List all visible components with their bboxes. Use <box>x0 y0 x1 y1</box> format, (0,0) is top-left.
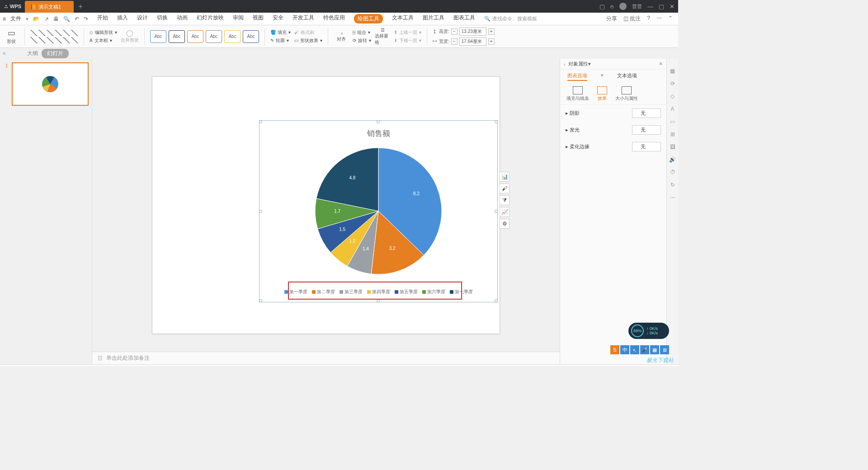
legend-item[interactable]: 第二季度 <box>312 289 335 295</box>
tab-features[interactable]: 特色应用 <box>323 14 345 24</box>
chart-data-icon[interactable]: 📈 <box>500 207 509 217</box>
strip-icon[interactable]: A <box>670 106 674 112</box>
outline-tab[interactable]: 大纲 <box>27 50 38 57</box>
legend-item[interactable]: 第六季度 <box>422 289 445 295</box>
tab-insert[interactable]: 插入 <box>117 14 128 24</box>
chart-title[interactable]: 销售额 <box>261 128 496 139</box>
print-icon[interactable]: 🖶 <box>53 16 59 22</box>
strip-icon[interactable]: ▭ <box>670 118 675 125</box>
avatar[interactable] <box>619 3 627 10</box>
minimize-icon[interactable]: — <box>647 3 653 10</box>
window-badge-icon[interactable]: ▢ <box>599 3 605 10</box>
edit-shape-button[interactable]: ◇ 编辑形状 ▾ <box>90 29 117 36</box>
close-icon[interactable]: ✕ <box>670 3 675 10</box>
align-button[interactable]: ⫞对齐 <box>334 31 349 42</box>
strip-icon[interactable]: ⟳ <box>670 80 675 87</box>
width-input[interactable]: ⭤ 宽度:−17.64厘米+ <box>433 38 495 46</box>
tab-picturetools[interactable]: 图片工具 <box>423 14 444 24</box>
document-tab[interactable]: 📙演示文稿1 <box>25 1 74 13</box>
preview-icon[interactable]: 🔍 <box>63 16 70 22</box>
notes-bar[interactable]: ☷ 单击此处添加备注 <box>92 352 560 364</box>
strip-icon[interactable]: ↻ <box>670 182 675 188</box>
add-tab-button[interactable]: ＋ <box>74 2 87 11</box>
redo-icon[interactable]: ↷ <box>84 16 88 22</box>
collapse-ribbon-icon[interactable]: ⌃ <box>668 15 673 23</box>
tab-design[interactable]: 设计 <box>137 14 148 24</box>
chart-legend[interactable]: 第一季度第二季度第三季度第四季度第五季度第六季度第七季度 <box>261 289 496 295</box>
chart-options-tab[interactable]: 图表选项 <box>567 72 587 81</box>
open-icon[interactable]: 📂 <box>33 16 40 22</box>
tab-charttools[interactable]: 图表工具 <box>453 14 475 24</box>
legend-item[interactable]: 第四季度 <box>367 289 390 295</box>
strip-icon[interactable]: ◇ <box>670 93 675 99</box>
strip-icon[interactable]: ⏱ <box>670 169 675 175</box>
share-button[interactable]: 分享 <box>606 15 617 23</box>
tab-animation[interactable]: 动画 <box>177 14 188 24</box>
maximize-icon[interactable]: ▢ <box>659 3 664 10</box>
selection-pane-button[interactable]: ☰选择窗格 <box>375 28 390 46</box>
help-icon[interactable]: ? <box>647 15 650 23</box>
collab-button[interactable]: ◫ 批注 <box>623 15 641 23</box>
more-icon[interactable]: ⋯ <box>656 15 662 23</box>
title-bar: ⛬ WPS 📙演示文稿1 ＋ ▢ ⎋ 普普 — ▢ ✕ <box>0 0 678 13</box>
cloud-icon[interactable]: ⎋ <box>610 3 614 10</box>
strip-icon[interactable]: ⊞ <box>670 131 675 137</box>
taskpane-close-icon[interactable]: ✕ <box>659 61 663 67</box>
slide-thumbnail-1[interactable]: 1 <box>5 62 86 106</box>
pie-chart: 8.23.21.41.21.51.74.8 <box>311 143 446 279</box>
fill-button[interactable]: 🪣 填充 ▾ <box>270 29 291 36</box>
tab-slideshow[interactable]: 幻灯片放映 <box>197 14 224 24</box>
chart-styles-icon[interactable]: 🖌 <box>500 183 509 193</box>
shape-effect-button[interactable]: ▭ 形状效果 ▾ <box>294 38 322 44</box>
collapse-panel-icon[interactable]: « <box>3 50 6 56</box>
chart-elements-icon[interactable]: 📊 <box>500 172 509 182</box>
style-gallery[interactable]: Abc Abc Abc Abc Abc Abc <box>150 30 259 43</box>
chart-object[interactable]: 销售额 8.23.21.41.21.51.74.8 第一季度第二季度第三季度第四… <box>261 122 496 301</box>
play-button[interactable]: ▶ <box>591 366 599 367</box>
ime-logo-icon[interactable]: S <box>610 345 619 354</box>
height-input[interactable]: ⭥ 高度:−13.23厘米+ <box>433 28 495 36</box>
effects-tab[interactable]: 效果 <box>597 86 607 102</box>
tab-transition[interactable]: 切换 <box>157 14 168 24</box>
undo-icon[interactable]: ↶ <box>75 16 79 22</box>
tab-security[interactable]: 安全 <box>273 14 283 24</box>
lines-gallery[interactable] <box>30 30 78 43</box>
tab-drawingtools[interactable]: 绘图工具 <box>354 14 383 24</box>
strip-icon[interactable]: 🔊 <box>669 156 676 163</box>
glow-property[interactable]: ▸ 发光无 <box>560 122 666 138</box>
fill-line-tab[interactable]: 填充与线条 <box>566 86 589 102</box>
chart-filter-icon[interactable]: ⧩ <box>500 195 509 205</box>
shadow-property[interactable]: ▸ 阴影无 <box>560 105 666 122</box>
textbox-button[interactable]: A 文本框 ▾ <box>90 38 117 44</box>
hamburger-icon[interactable]: ≡ <box>3 16 6 22</box>
move-up-button: ⬆ 上移一层 ▾ <box>394 29 421 36</box>
slide[interactable]: 销售额 8.23.21.41.21.51.74.8 第一季度第二季度第三季度第四… <box>152 76 500 334</box>
tab-start[interactable]: 开始 <box>97 14 108 24</box>
legend-item[interactable]: 第五季度 <box>395 289 418 295</box>
legend-item[interactable]: 第七季度 <box>450 289 473 295</box>
chart-settings-icon[interactable]: ⚙ <box>500 219 509 229</box>
command-search[interactable]: 🔍 查找命令、搜索模板 <box>484 15 537 22</box>
strip-icon[interactable]: 🖼 <box>670 144 675 150</box>
combine-button[interactable]: ⌸ 组合 ▾ <box>353 29 371 36</box>
slide-canvas[interactable]: 销售额 8.23.21.41.21.51.74.8 第一季度第二季度第三季度第四… <box>92 59 560 364</box>
ime-bar[interactable]: S 中•,🎤▦⊞ <box>610 345 669 354</box>
softedge-property[interactable]: ▸ 柔化边缘无 <box>560 138 666 155</box>
size-props-tab[interactable]: 大小与属性 <box>615 86 638 102</box>
legend-item[interactable]: 第三季度 <box>340 289 363 295</box>
text-options-tab[interactable]: 文本选项 <box>617 72 637 81</box>
tab-devtools[interactable]: 开发工具 <box>292 14 314 24</box>
perf-widget[interactable]: 89% ↑ 0K/s↓ 0K/s <box>628 323 669 339</box>
tab-view[interactable]: 视图 <box>253 14 264 24</box>
tab-review[interactable]: 审阅 <box>233 14 244 24</box>
outline-button[interactable]: ✎ 轮廓 ▾ <box>270 38 291 44</box>
slides-tab[interactable]: 幻灯片 <box>42 49 69 58</box>
export-icon[interactable]: ↗ <box>44 16 49 22</box>
strip-icon[interactable]: ⋯ <box>670 194 675 201</box>
shapes-button[interactable]: ▭形状 <box>4 28 19 45</box>
rotate-button[interactable]: ⟳ 旋转 ▾ <box>353 38 371 44</box>
strip-icon[interactable]: ▦ <box>670 68 675 74</box>
tab-texttools[interactable]: 文本工具 <box>392 14 414 24</box>
file-menu[interactable]: 文件 <box>10 15 21 23</box>
legend-item[interactable]: 第一季度 <box>284 289 307 295</box>
